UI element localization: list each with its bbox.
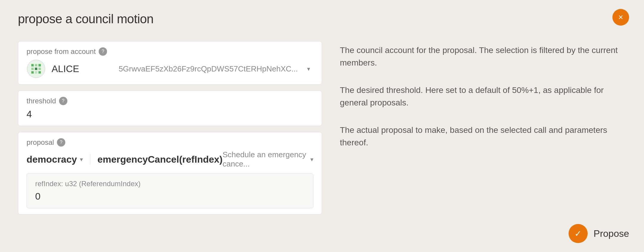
threshold-help-text: The desired threshold. Here set to a def… [340,84,626,109]
proposal-field-label: proposal ? [27,138,313,147]
svg-rect-1 [31,64,34,66]
description-arrow: ▾ [310,156,313,163]
bottom-bar: ✓ Propose [569,224,629,243]
page-container: propose a council motion × propose from … [0,0,644,252]
main-content: propose from account ? [18,41,626,214]
svg-rect-7 [31,71,34,74]
threshold-field: threshold ? 4 [18,91,322,126]
param-type: refIndex: u32 (ReferendumIndex) [35,180,305,188]
svg-rect-2 [35,64,37,66]
threshold-value: 4 [27,109,313,120]
threshold-help-icon[interactable]: ? [59,97,67,105]
threshold-label-text: threshold [27,97,56,105]
method-label: emergencyCancel(refIndex) [97,154,223,165]
proposal-help-icon[interactable]: ? [57,138,65,147]
propose-check-icon: ✓ [569,224,588,243]
proposal-help-text: The actual proposal to make, based on th… [340,124,626,149]
proposal-field: proposal ? democracy ▾ emergencyCancel(r… [18,132,322,214]
selector-separator [90,154,90,165]
propose-label: Propose [594,228,629,239]
svg-rect-4 [31,68,34,70]
proposal-selectors: democracy ▾ emergencyCancel(refIndex) Sc… [27,150,313,169]
account-field-inner: ALICE 5GrwvaEF5zXb26Fz9rcQpDWS57CtERHpNe… [27,59,313,78]
proposal-label-text: proposal [27,138,54,147]
account-dropdown-arrow[interactable]: ▾ [304,64,313,74]
svg-rect-3 [38,64,41,66]
propose-button[interactable]: ✓ Propose [569,224,629,243]
svg-rect-5 [35,68,37,70]
svg-rect-8 [35,71,37,74]
description-text: Schedule an emergency cance... [222,150,307,169]
param-value[interactable]: 0 [35,191,305,202]
close-button[interactable]: × [612,9,629,26]
help-section: The council account for the proposal. Th… [340,41,626,214]
account-avatar [27,59,46,78]
svg-rect-9 [38,71,41,74]
form-section: propose from account ? [18,41,322,214]
page-title: propose a council motion [18,12,626,26]
account-name: ALICE [52,63,87,74]
account-field: propose from account ? [18,41,322,85]
account-help-text: The council account for the proposal. Th… [340,44,626,69]
account-label-text: propose from account [27,47,96,56]
account-address: 5GrwvaEF5zXb26Fz9rcQpDWS57CtERHpNehXC... [93,64,298,74]
module-label: democracy [27,154,77,165]
description-dropdown[interactable]: Schedule an emergency cance... ▾ [222,150,313,169]
account-field-label: propose from account ? [27,47,313,56]
params-box: refIndex: u32 (ReferendumIndex) 0 [27,173,313,208]
module-dropdown[interactable]: democracy ▾ [27,153,83,166]
account-help-icon[interactable]: ? [99,47,107,56]
svg-rect-6 [38,68,41,70]
threshold-field-label: threshold ? [27,97,313,105]
module-arrow: ▾ [80,156,83,163]
